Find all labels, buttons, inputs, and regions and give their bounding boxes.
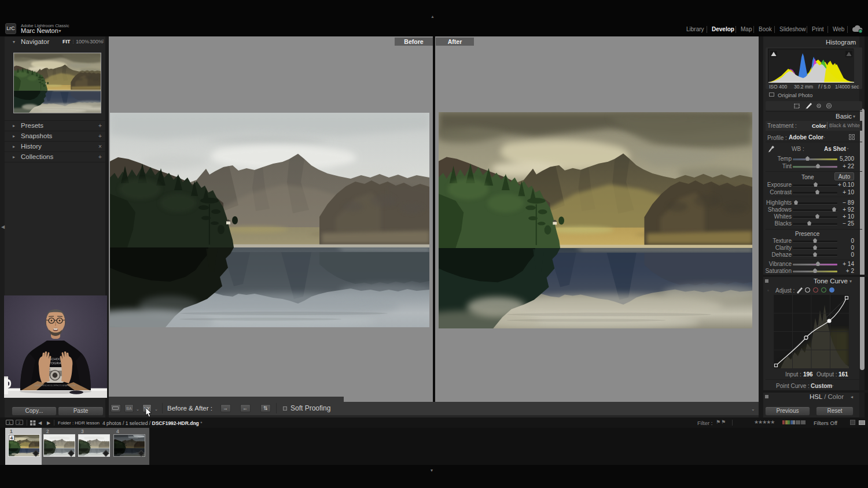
- svg-text:WWW.THESCHOOLOFPHOTOGRAPHY.COM: WWW.THESCHOOLOFPHOTOGRAPHY.COM: [35, 385, 76, 387]
